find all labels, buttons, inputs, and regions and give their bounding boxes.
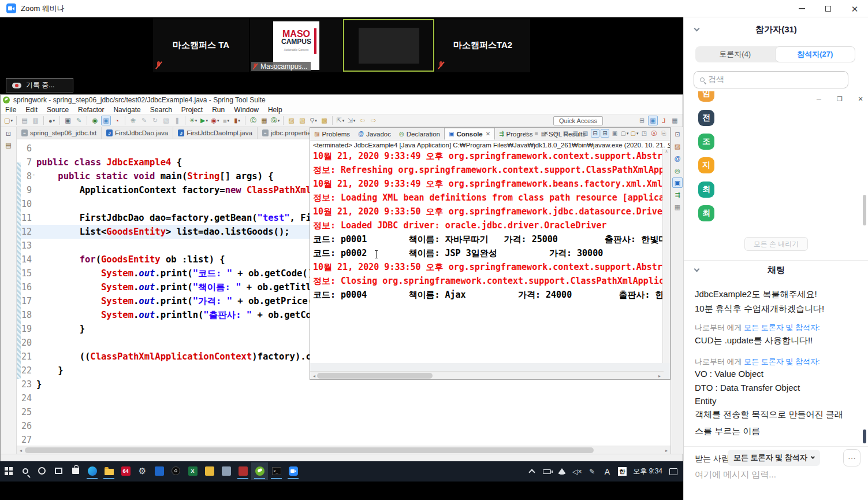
java-perspective-icon[interactable]: J [659, 116, 669, 125]
display-console-icon[interactable]: ▢▾ [620, 129, 629, 138]
task-icon[interactable]: ⇲▾ [347, 116, 356, 125]
participant-item[interactable]: 최 [698, 182, 714, 198]
new-package-icon[interactable]: ▦ [259, 116, 269, 125]
menu-refactor[interactable]: Refactor [73, 106, 109, 114]
coverage-icon[interactable]: ▮▾ [232, 116, 242, 125]
menu-source[interactable]: Source [42, 106, 73, 114]
verify-icon[interactable]: ◉ [90, 116, 100, 125]
user-icon[interactable]: ●▾ [47, 116, 57, 125]
console-output[interactable]: 10월 21, 2020 9:33:49 오후 org.springframew… [310, 149, 670, 363]
export-icon[interactable]: ▧ [581, 129, 590, 138]
menu-help[interactable]: Help [263, 106, 287, 114]
console-vscrollbar[interactable]: ∧ [662, 149, 670, 363]
menu-run[interactable]: Run [207, 106, 229, 114]
restore-views-icon[interactable]: ⊡ [3, 129, 13, 139]
collapse-chat-icon[interactable] [694, 266, 700, 272]
save-icon[interactable]: ▤ [20, 116, 29, 125]
bandizip-icon[interactable]: 64 [117, 462, 134, 480]
settings-icon[interactable]: ⚙ [134, 462, 151, 480]
edge-icon[interactable] [84, 462, 100, 480]
search-input[interactable]: 검색 [694, 71, 848, 88]
grails-icon[interactable]: ❀ [128, 116, 138, 125]
start-button[interactable] [0, 462, 17, 480]
chat-scrollbar[interactable] [863, 429, 866, 443]
progress-icon[interactable]: ⇶ [672, 190, 683, 200]
editor-tab[interactable]: ≡spring_step06_jdbc.txt [17, 127, 102, 139]
console-icon[interactable]: ▣ [672, 177, 683, 188]
pin-console-icon[interactable]: ▣ [610, 129, 619, 138]
video-tile[interactable]: MASO CAMPUS Actionable Content Masocampu… [250, 18, 342, 72]
console-tab-javadoc[interactable]: @Javadoc [354, 128, 395, 140]
save-all-icon[interactable]: ▥ [31, 116, 40, 125]
chat-message-input[interactable]: 여기에 메시지 입력... [695, 469, 776, 480]
eclipse-minimize-button[interactable]: ─ [815, 95, 823, 103]
acrobat-icon[interactable] [234, 462, 251, 480]
forward-icon[interactable]: ⇨ [368, 116, 378, 125]
restore-panel-icon[interactable]: ⊡ [672, 129, 683, 139]
close-tab-icon[interactable]: ✕ [486, 131, 490, 137]
open-type-icon[interactable]: ▧ [297, 116, 307, 125]
ime-korean-icon[interactable]: 한 [614, 467, 629, 476]
console-hscrollbar[interactable]: ◂ ▸ [310, 371, 664, 379]
video-tile-selected[interactable] [343, 19, 434, 72]
minimize-button[interactable] [788, 0, 815, 17]
pencil-icon[interactable]: ✎ [139, 116, 149, 125]
generate-icon[interactable]: Ⓖ▾ [270, 116, 280, 125]
menu-project[interactable]: Project [177, 106, 207, 114]
show-hidden-icons[interactable] [524, 468, 539, 475]
hancom-icon[interactable] [201, 462, 218, 480]
annotation-icon[interactable]: Ⓐ [650, 129, 658, 138]
task-view-button[interactable] [50, 462, 67, 480]
eclipse-restore-button[interactable]: ❐ [836, 95, 844, 103]
notification-center-icon[interactable] [666, 468, 681, 475]
chat-more-button[interactable]: ··· [843, 449, 860, 466]
participant-item[interactable]: 지 [698, 157, 714, 173]
console-tab-console[interactable]: ▣Console✕ [444, 128, 495, 140]
wifi-icon[interactable] [554, 468, 569, 475]
open-console-icon[interactable]: ▢▾ [630, 129, 639, 138]
participant-item[interactable]: 전 [698, 110, 714, 126]
stop-icon[interactable]: ■▾ [221, 116, 231, 125]
cortana-button[interactable] [33, 462, 50, 480]
maximize-button[interactable] [815, 0, 841, 17]
new-class-icon[interactable]: Ⓒ [248, 116, 258, 125]
link-icon[interactable]: ∞ [522, 129, 531, 138]
tab-panelists[interactable]: 토론자(4) [695, 46, 775, 62]
new-wizard-icon[interactable]: ▢▾ [3, 116, 13, 125]
declaration-icon[interactable]: ◎ [672, 165, 683, 176]
menu-search[interactable]: Search [146, 106, 177, 114]
collapse-participants-icon[interactable] [694, 26, 700, 32]
open-perspective-icon[interactable]: ⊞ [637, 116, 647, 125]
menu-edit[interactable]: Edit [21, 106, 42, 114]
menu-file[interactable]: File [1, 106, 21, 114]
menu-navigate[interactable]: Navigate [109, 106, 145, 114]
editor-tab[interactable]: JFirstJdbcDao.java [102, 127, 173, 139]
store-icon[interactable] [67, 462, 84, 480]
stop-icon[interactable]: ■ [532, 129, 541, 138]
scroll-lock-icon[interactable]: ⊟ [591, 129, 599, 138]
sql-results-icon[interactable]: ▦ [672, 202, 683, 212]
zoom-icon[interactable] [285, 462, 301, 480]
editor-hscrollbar[interactable]: ◂ ▸ [17, 446, 670, 454]
video-tile[interactable]: 마소캠퍼스 TA [153, 18, 249, 72]
open-folder-icon[interactable]: ▨ [286, 116, 296, 125]
eclipse-close-button[interactable]: ✕ [856, 95, 865, 103]
send-to-dropdown[interactable]: 모든 토론자 및 참석자 [728, 450, 820, 466]
recording-badge[interactable]: 기록 중... [6, 78, 73, 92]
mail-icon[interactable]: ▧ [161, 116, 171, 125]
open-console-icon[interactable]: ▣ [63, 116, 73, 125]
search-button[interactable] [17, 462, 33, 480]
keepass-icon[interactable] [167, 462, 184, 480]
minimize-icon[interactable]: ⎘ [660, 129, 668, 138]
participant-item[interactable]: 조 [698, 134, 714, 150]
sts-dashboard-icon[interactable]: ▣ [101, 116, 111, 125]
problems-icon[interactable]: ▨ [672, 141, 683, 151]
taskbar-clock[interactable]: 오후 9:34 [629, 466, 666, 476]
javadoc-icon[interactable]: @ [672, 153, 683, 164]
battery-icon[interactable] [539, 469, 554, 474]
clear-console-icon[interactable]: ▤ [561, 129, 570, 138]
spring-sts-icon[interactable] [251, 462, 268, 480]
quick-access-box[interactable]: Quick Access [553, 116, 603, 125]
console-tab-declaration[interactable]: ◎Declaration [395, 128, 444, 140]
mark-occurrences-icon[interactable]: ✎ [74, 116, 84, 125]
